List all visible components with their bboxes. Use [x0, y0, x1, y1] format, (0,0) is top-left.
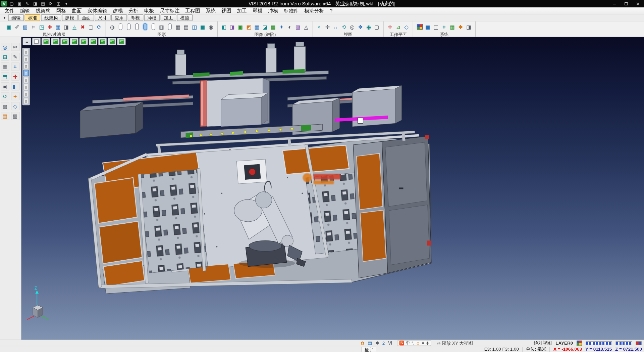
- viewport-tool-button[interactable]: ▯: [23, 70, 29, 76]
- left-toolbar-icon[interactable]: ⌗: [11, 62, 19, 71]
- tray-icon[interactable]: ▤: [368, 341, 372, 345]
- active-layer-label[interactable]: LAYER0: [555, 341, 573, 346]
- menu-item[interactable]: 网格: [53, 7, 69, 14]
- quick-access-icon[interactable]: ▤: [40, 1, 46, 6]
- toolbar-icon[interactable]: ◳: [39, 24, 44, 30]
- toolbar-icon[interactable]: ▣: [6, 24, 11, 30]
- menu-item[interactable]: 尺寸标注: [157, 7, 182, 14]
- 3d-model-scene[interactable]: Z: [21, 37, 644, 340]
- view-orientation-button[interactable]: [32, 38, 41, 45]
- viewport-tool-button[interactable]: ▯: [23, 77, 29, 83]
- ime-icon[interactable]: 中: [406, 340, 410, 346]
- toolbar-icon[interactable]: ◫: [192, 24, 197, 30]
- quick-access-icon[interactable]: ✎: [24, 1, 30, 6]
- ime-icon[interactable]: S: [399, 341, 404, 346]
- toolbar-icon[interactable]: [119, 24, 122, 30]
- toolbar-icon[interactable]: ▨: [296, 24, 301, 30]
- left-toolbar-icon[interactable]: ⊞: [1, 53, 9, 61]
- left-toolbar-icon[interactable]: ↺: [1, 92, 9, 100]
- left-toolbar-icon[interactable]: ⬒: [1, 73, 9, 81]
- toolbar-icon[interactable]: ✛: [388, 24, 392, 30]
- tray-icon[interactable]: 2: [382, 341, 385, 345]
- left-toolbar-icon[interactable]: ≣: [1, 62, 9, 71]
- menu-item[interactable]: 塑模: [250, 7, 265, 14]
- ribbon-tab[interactable]: 尺寸: [95, 14, 111, 21]
- left-toolbar-icon[interactable]: ◇: [11, 102, 19, 110]
- toolbar-icon[interactable]: [127, 24, 130, 30]
- ribbon-tab[interactable]: 模流: [177, 14, 193, 21]
- ribbon-tab[interactable]: 标准: [24, 14, 40, 21]
- quick-access-icon[interactable]: ◨: [32, 1, 38, 6]
- left-toolbar-icon[interactable]: ▧: [11, 112, 19, 120]
- ribbon-tab[interactable]: 应用: [111, 14, 127, 21]
- menu-item[interactable]: ?: [327, 7, 335, 14]
- toolbar-icon[interactable]: ▦: [254, 24, 259, 30]
- menu-item[interactable]: 电极: [141, 7, 157, 14]
- command-prompt-field[interactable]: 拴宇: [362, 347, 376, 352]
- toolbar-icon[interactable]: ◬: [304, 24, 308, 30]
- toolbar-icon[interactable]: ⟲: [342, 24, 346, 30]
- toolbar-icon[interactable]: ◐: [288, 24, 291, 30]
- left-toolbar-icon[interactable]: ✦: [11, 92, 19, 100]
- toolbar-icon[interactable]: ✐: [15, 24, 19, 30]
- toolbar-icon[interactable]: ◩: [246, 24, 251, 30]
- toolbar-icon[interactable]: ◧: [221, 24, 226, 30]
- left-toolbar-icon[interactable]: ◎: [1, 43, 9, 51]
- toolbar-icon[interactable]: [143, 24, 147, 30]
- toolbar-icon[interactable]: ◉: [366, 24, 371, 30]
- menu-item[interactable]: 曲面: [69, 7, 85, 14]
- close-button[interactable]: ✕: [632, 0, 644, 7]
- left-toolbar-icon[interactable]: ✚: [11, 73, 19, 81]
- toolbar-icon[interactable]: ◫: [433, 24, 438, 30]
- viewport-tool-button[interactable]: ▯: [23, 84, 29, 90]
- ribbon-tab[interactable]: 线架构: [41, 14, 61, 21]
- menu-item[interactable]: 工程图: [182, 7, 203, 14]
- minimize-button[interactable]: ─: [608, 0, 620, 7]
- toolbar-icon[interactable]: ◨: [230, 24, 235, 30]
- toolbar-icon[interactable]: ◇: [405, 24, 409, 30]
- toolbar-icon[interactable]: ◍: [110, 24, 115, 30]
- toolbar-icon[interactable]: ▥: [159, 24, 164, 30]
- ribbon-tab[interactable]: 冲模: [144, 14, 160, 21]
- tab-overflow-caret-icon[interactable]: ▼: [1, 16, 8, 19]
- quick-access-icon[interactable]: ⟳: [48, 1, 54, 6]
- toolbar-icon[interactable]: ✱: [459, 24, 463, 30]
- view-orientation-button[interactable]: ≡: [22, 38, 31, 45]
- view-orientation-button[interactable]: [60, 38, 69, 45]
- toolbar-icon[interactable]: ✥: [358, 24, 363, 30]
- tray-icon[interactable]: ✱: [375, 341, 379, 345]
- toolbar-icon[interactable]: ✦: [279, 24, 284, 30]
- menu-item[interactable]: 分析: [126, 7, 142, 14]
- toolbar-icon[interactable]: [152, 24, 155, 30]
- ribbon-tab[interactable]: 塑模: [128, 14, 144, 21]
- menu-item[interactable]: 编辑: [17, 7, 33, 14]
- menu-item[interactable]: 加工: [234, 7, 250, 14]
- quick-access-icon[interactable]: ▾: [63, 1, 69, 6]
- menu-item[interactable]: 视图: [218, 7, 234, 14]
- toolbar-icon[interactable]: ▤: [184, 24, 189, 30]
- app-logo-icon[interactable]: V: [1, 1, 7, 6]
- ime-icon[interactable]: ⌗: [422, 341, 424, 346]
- left-toolbar-icon[interactable]: ✎: [11, 53, 19, 61]
- toolbar-icon[interactable]: ◉: [209, 24, 213, 30]
- ribbon-tab[interactable]: 加工: [161, 14, 176, 21]
- toolbar-icon[interactable]: ⟳: [97, 24, 101, 30]
- view-mode-label[interactable]: 绝对视图: [534, 340, 552, 346]
- toolbar-icon[interactable]: ⊿: [396, 24, 400, 30]
- view-orientation-button[interactable]: [108, 38, 116, 45]
- toolbar-icon[interactable]: ↔: [333, 24, 338, 30]
- toolbar-icon[interactable]: ⌖: [318, 24, 321, 30]
- toolbar-icon[interactable]: ▢: [89, 24, 94, 30]
- view-orientation-button[interactable]: [89, 38, 97, 45]
- toolbar-icon[interactable]: ⌗: [32, 24, 35, 30]
- toolbar-icon[interactable]: ◎: [350, 24, 355, 30]
- menu-item[interactable]: 实体编辑: [85, 7, 110, 14]
- toolbar-icon[interactable]: ✚: [48, 24, 52, 30]
- toolbar-icon[interactable]: ▣: [238, 24, 243, 30]
- quick-access-icon[interactable]: ▣: [16, 1, 22, 6]
- tray-icon[interactable]: ✿: [361, 341, 364, 345]
- viewport-tool-button[interactable]: ▯: [23, 63, 29, 69]
- menu-item[interactable]: 冲模: [265, 7, 281, 14]
- ribbon-tab[interactable]: 编辑: [8, 14, 24, 21]
- viewport-tool-button[interactable]: ▯: [23, 49, 29, 55]
